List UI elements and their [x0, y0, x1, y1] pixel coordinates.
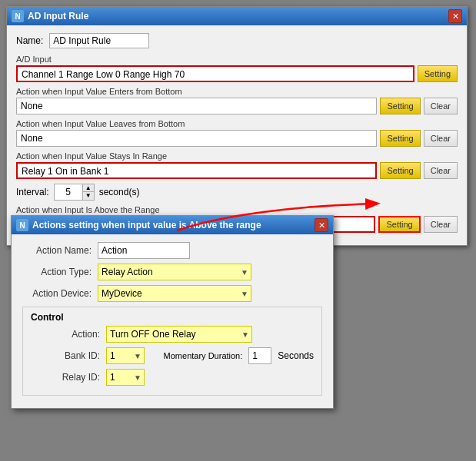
- action-type-row: Action Type: Relay Action ▼: [22, 264, 322, 280]
- control-action-select-wrapper: Turn OFF One Relay ▼: [106, 326, 252, 343]
- control-action-row: Action: Turn OFF One Relay ▼: [31, 326, 314, 343]
- stays-section: Action when Input Value Stays In Range R…: [16, 151, 458, 179]
- action-type-select[interactable]: Relay Action: [98, 264, 251, 280]
- titlebar-left: N AD Input Rule: [12, 10, 88, 22]
- leaves-label: Action when Input Value Leaves from Bott…: [16, 119, 458, 128]
- main-dialog-close-button[interactable]: ✕: [448, 9, 462, 23]
- bank-momentary-row: Bank ID: 1 ▼ Momentary Duration: Seconds: [31, 347, 314, 364]
- control-group-label: Control: [31, 312, 314, 323]
- relay-id-label: Relay ID:: [31, 372, 100, 383]
- stays-setting-button[interactable]: Setting: [380, 162, 420, 179]
- enters-setting-button[interactable]: Setting: [380, 98, 420, 114]
- action-device-select-wrapper: MyDevice ▼: [98, 285, 251, 302]
- leaves-section: Action when Input Value Leaves from Bott…: [16, 119, 458, 147]
- name-input[interactable]: [49, 33, 149, 48]
- enters-row: None Setting Clear: [16, 98, 458, 114]
- control-action-select[interactable]: Turn OFF One Relay: [106, 326, 252, 343]
- sub-dialog-close-button[interactable]: ✕: [315, 218, 328, 232]
- control-group: Control Action: Turn OFF One Relay ▼ Ban…: [22, 307, 322, 396]
- leaves-value: None: [16, 130, 377, 147]
- enters-value: None: [16, 98, 377, 114]
- sub-titlebar-left: N Actions setting when input value is Ab…: [16, 219, 261, 231]
- interval-input[interactable]: [55, 184, 82, 200]
- interval-down-button[interactable]: ▼: [83, 192, 94, 200]
- action-name-row: Action Name:: [22, 242, 322, 259]
- main-dialog-titlebar: N AD Input Rule ✕: [7, 7, 467, 25]
- bank-id-select[interactable]: 1: [106, 347, 145, 364]
- control-action-label: Action:: [31, 329, 100, 340]
- action-name-label: Action Name:: [22, 245, 92, 256]
- name-label: Name:: [16, 35, 43, 46]
- sub-title-icon: N: [16, 219, 28, 231]
- main-dialog: N AD Input Rule ✕ Name: A/D Input Channe…: [6, 6, 468, 246]
- ad-input-row: Channel 1 Range Low 0 Range High 70 Sett…: [16, 65, 458, 82]
- sub-dialog-body: Action Name: Action Type: Relay Action ▼…: [12, 234, 333, 408]
- relay-id-row: Relay ID: 1 ▼: [31, 369, 314, 386]
- sub-dialog-titlebar: N Actions setting when input value is Ab…: [12, 216, 333, 234]
- action-type-label: Action Type:: [22, 267, 92, 277]
- bank-id-select-wrapper: 1 ▼: [106, 347, 145, 364]
- ad-input-section: A/D Input Channel 1 Range Low 0 Range Hi…: [16, 55, 458, 82]
- sub-dialog: N Actions setting when input value is Ab…: [11, 215, 334, 409]
- action-name-input[interactable]: [98, 242, 190, 259]
- above-label: Action when Input Is Above the Range: [16, 205, 458, 214]
- relay-id-select-wrapper: 1 ▼: [106, 369, 145, 386]
- title-icon: N: [12, 10, 24, 22]
- above-setting-button[interactable]: Setting: [378, 216, 420, 233]
- sub-dialog-title: Actions setting when input value is Abov…: [32, 220, 261, 230]
- stays-row: Relay 1 On in Bank 1 Setting Clear: [16, 162, 458, 179]
- enters-clear-button[interactable]: Clear: [424, 98, 458, 114]
- interval-unit: second(s): [99, 187, 140, 197]
- action-type-select-wrapper: Relay Action ▼: [98, 264, 251, 280]
- stays-label: Action when Input Value Stays In Range: [16, 151, 458, 161]
- interval-spinners: ▲ ▼: [82, 184, 94, 200]
- interval-input-wrap: ▲ ▼: [54, 184, 95, 201]
- main-dialog-body: Name: A/D Input Channel 1 Range Low 0 Ra…: [7, 25, 467, 245]
- leaves-row: None Setting Clear: [16, 130, 458, 147]
- interval-row: Interval: ▲ ▼ second(s): [16, 184, 458, 201]
- stays-clear-button[interactable]: Clear: [424, 162, 458, 179]
- relay-id-select[interactable]: 1: [106, 369, 145, 386]
- enters-section: Action when Input Value Enters from Bott…: [16, 87, 458, 114]
- name-row: Name:: [16, 33, 458, 48]
- interval-label: Interval:: [16, 187, 49, 197]
- ad-input-setting-button[interactable]: Setting: [418, 65, 458, 82]
- bank-id-label: Bank ID:: [31, 350, 100, 361]
- action-device-select[interactable]: MyDevice: [98, 285, 251, 302]
- seconds-label: Seconds: [278, 350, 314, 361]
- main-dialog-title: AD Input Rule: [28, 11, 88, 22]
- stays-value: Relay 1 On in Bank 1: [16, 162, 377, 179]
- ad-input-label: A/D Input: [16, 55, 458, 64]
- action-device-row: Action Device: MyDevice ▼: [22, 285, 322, 302]
- action-device-label: Action Device:: [22, 288, 92, 299]
- interval-up-button[interactable]: ▲: [83, 184, 94, 192]
- above-clear-button[interactable]: Clear: [424, 216, 458, 233]
- momentary-input[interactable]: [248, 347, 271, 364]
- momentary-label: Momentary Duration:: [164, 351, 243, 360]
- leaves-setting-button[interactable]: Setting: [380, 130, 420, 147]
- ad-input-value: Channel 1 Range Low 0 Range High 70: [16, 65, 414, 82]
- leaves-clear-button[interactable]: Clear: [424, 130, 458, 147]
- enters-label: Action when Input Value Enters from Bott…: [16, 87, 458, 96]
